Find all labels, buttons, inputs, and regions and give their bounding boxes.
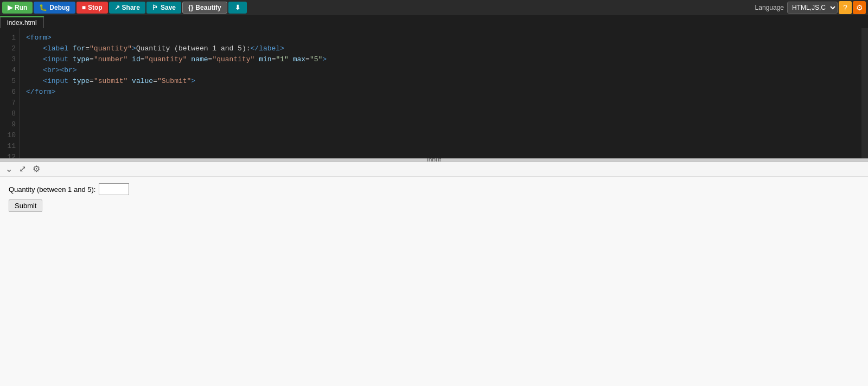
run-label: Run: [15, 4, 27, 11]
quantity-label: Quantity (between 1 and 5):: [9, 185, 95, 194]
run-icon: ▶: [8, 4, 12, 11]
preview-controls: ⌄ ⤢ ⚙: [0, 162, 868, 177]
collapse-button[interactable]: ⌄: [4, 164, 14, 174]
preview-area: Quantity (between 1 and 5): Submit: [0, 177, 868, 386]
line-number: 2: [3, 43, 16, 54]
line-number: 3: [3, 54, 16, 65]
line-numbers: 1 2 3 4 5 6 7 8 9 10 11 12: [0, 28, 20, 158]
help-button[interactable]: ?: [839, 1, 852, 14]
tab-bar: index.html: [0, 15, 868, 28]
language-selector: Language HTML,JS,C: [755, 2, 838, 14]
settings-button[interactable]: ⚙: [853, 1, 866, 14]
toolbar: ▶ Run 🐛 Debug ■ Stop ↗ Share 🏳 Save {} B…: [0, 0, 868, 15]
line-number: 10: [3, 130, 16, 141]
expand-button[interactable]: ⤢: [18, 164, 27, 174]
debug-button[interactable]: 🐛 Debug: [34, 2, 75, 14]
code-editor[interactable]: <form> <label for="quantity">Quantity (b…: [20, 28, 861, 158]
quantity-input[interactable]: [99, 183, 129, 195]
preview-form: Quantity (between 1 and 5): Submit: [9, 183, 859, 212]
share-label: Share: [122, 4, 140, 11]
line-number: 8: [3, 108, 16, 119]
save-icon: 🏳: [152, 4, 158, 11]
stop-button[interactable]: ■ Stop: [76, 2, 108, 14]
share-button[interactable]: ↗ Share: [109, 2, 145, 14]
help-icon: ?: [843, 3, 847, 12]
debug-label: Debug: [49, 4, 69, 11]
beautify-label: Beautify: [195, 4, 221, 11]
line-number: 12: [3, 152, 16, 158]
line-number: 7: [3, 98, 16, 108]
line-number: 4: [3, 65, 16, 76]
line-number: 11: [3, 141, 16, 152]
save-button[interactable]: 🏳 Save: [146, 2, 181, 14]
stop-label: Stop: [88, 4, 103, 11]
tab-index-html[interactable]: index.html: [0, 16, 44, 28]
expand-icon: ⤢: [19, 164, 26, 173]
submit-row: Submit: [9, 200, 859, 212]
preview-settings-button[interactable]: ⚙: [31, 164, 41, 174]
download-icon: ⬇: [235, 4, 240, 11]
share-icon: ↗: [114, 4, 120, 11]
editor-area: 1 2 3 4 5 6 7 8 9 10 11 12 <form> <label…: [0, 28, 868, 158]
line-number: 1: [3, 33, 16, 43]
tab-label: index.html: [7, 19, 37, 27]
bottom-panel: ⌄ ⤢ ⚙ Quantity (between 1 and 5): Submit: [0, 162, 868, 386]
settings-icon: ⚙: [856, 3, 863, 12]
gear-icon: ⚙: [33, 164, 40, 173]
beautify-button[interactable]: {} Beautify: [182, 2, 227, 14]
chevron-down-icon: ⌄: [5, 164, 12, 173]
debug-icon: 🐛: [39, 4, 47, 11]
vertical-scrollbar[interactable]: [861, 28, 868, 158]
save-label: Save: [161, 4, 176, 11]
line-number: 5: [3, 76, 16, 87]
beautify-icon: {}: [188, 4, 193, 11]
language-select[interactable]: HTML,JS,C: [787, 2, 838, 14]
download-button[interactable]: ⬇: [228, 2, 247, 14]
run-button[interactable]: ▶ Run: [2, 2, 33, 14]
line-number: 6: [3, 87, 16, 98]
quantity-row: Quantity (between 1 and 5):: [9, 183, 859, 195]
stop-icon: ■: [82, 4, 86, 11]
language-label: Language: [755, 4, 784, 11]
line-number: 9: [3, 119, 16, 130]
submit-button[interactable]: Submit: [9, 200, 42, 212]
